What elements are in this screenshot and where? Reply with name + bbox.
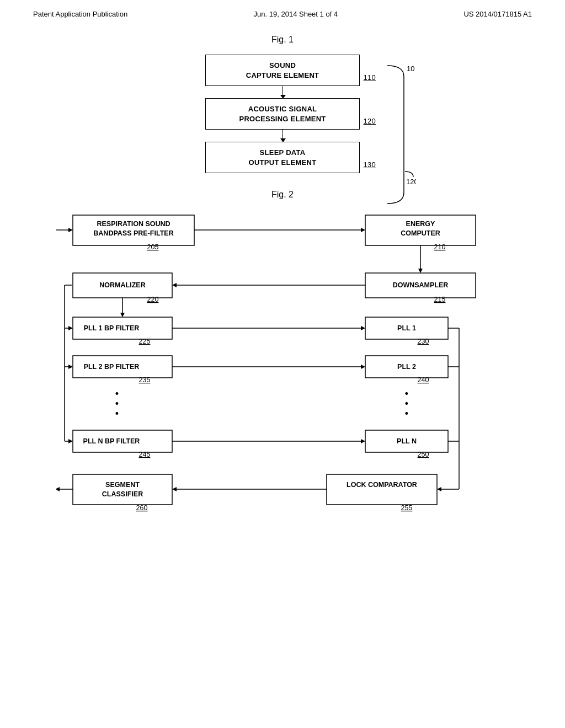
svg-marker-77: [68, 439, 73, 443]
svg-text:260: 260: [136, 504, 148, 512]
fig2-title: Fig. 2: [44, 190, 521, 200]
svg-text:BANDPASS PRE-FILTER: BANDPASS PRE-FILTER: [93, 229, 173, 237]
page-content: Fig. 1 SOUND CAPTURE ELEMENT 110 ACOUSTI…: [0, 24, 565, 540]
svg-marker-73: [68, 326, 73, 330]
svg-text:235: 235: [139, 376, 151, 384]
svg-rect-54: [73, 474, 172, 505]
box-110: SOUND CAPTURE ELEMENT 110: [205, 55, 360, 86]
box-130: SLEEP DATAOUTPUT ELEMENT 130: [205, 142, 360, 173]
svg-text:PLL N: PLL N: [397, 437, 417, 445]
svg-text:225: 225: [139, 338, 151, 345]
ref-130: 130: [364, 160, 376, 170]
ref-120-fig2: 120: [388, 169, 416, 187]
svg-text:•: •: [115, 408, 119, 419]
svg-marker-31: [361, 326, 365, 330]
fig2-diagram: RESPIRATION SOUND BANDPASS PRE-FILTER 20…: [56, 210, 509, 529]
svg-text:•: •: [115, 388, 119, 399]
svg-text:COMPUTER: COMPUTER: [401, 229, 440, 237]
page-header: Patent Application Publication Jun. 19, …: [0, 0, 565, 24]
svg-text:245: 245: [139, 451, 151, 458]
svg-marker-79: [120, 313, 125, 317]
svg-text:230: 230: [418, 338, 429, 345]
svg-text:220: 220: [147, 296, 159, 303]
header-right: US 2014/0171815 A1: [463, 10, 532, 18]
svg-text:250: 250: [418, 451, 429, 458]
ref-110: 110: [364, 73, 376, 83]
svg-text:•: •: [405, 398, 408, 409]
svg-text:•: •: [405, 388, 408, 399]
svg-text:PLL N BP FILTER: PLL N BP FILTER: [83, 437, 140, 445]
fig1-diagram: SOUND CAPTURE ELEMENT 110 ACOUSTIC SIGNA…: [139, 55, 426, 173]
svg-text:SEGMENT: SEGMENT: [105, 481, 140, 489]
header-left: Patent Application Publication: [33, 10, 127, 18]
svg-text:PLL 1: PLL 1: [397, 324, 416, 332]
svg-marker-75: [68, 365, 73, 369]
svg-text:215: 215: [434, 296, 446, 303]
svg-text:NORMALIZER: NORMALIZER: [99, 281, 145, 289]
svg-text:•: •: [115, 398, 119, 409]
svg-text:ENERGY: ENERGY: [406, 220, 435, 228]
fig1-title: Fig. 1: [44, 35, 521, 45]
svg-text:240: 240: [418, 376, 429, 384]
fig2-svg: RESPIRATION SOUND BANDPASS PRE-FILTER 20…: [56, 210, 509, 529]
svg-text:100: 100: [407, 65, 415, 73]
svg-text:RESPIRATION SOUND: RESPIRATION SOUND: [97, 220, 170, 228]
svg-text:255: 255: [401, 504, 413, 512]
svg-text:PLL 2 BP FILTER: PLL 2 BP FILTER: [84, 363, 140, 371]
svg-text:•: •: [405, 408, 408, 419]
svg-marker-21: [418, 269, 423, 273]
svg-marker-7: [68, 228, 73, 232]
svg-text:210: 210: [434, 243, 446, 251]
svg-rect-58: [327, 474, 437, 505]
svg-marker-62: [172, 487, 177, 491]
svg-text:DOWNSAMPLER: DOWNSAMPLER: [393, 281, 449, 289]
svg-text:120: 120: [406, 178, 416, 185]
svg-text:205: 205: [147, 243, 159, 251]
svg-marker-64: [56, 487, 60, 491]
svg-text:PLL 2: PLL 2: [397, 363, 416, 371]
svg-marker-53: [361, 439, 365, 443]
svg-text:LOCK COMPARATOR: LOCK COMPARATOR: [347, 481, 417, 489]
svg-marker-23: [172, 283, 177, 287]
svg-marker-13: [361, 228, 365, 232]
svg-text:PLL 1 BP FILTER: PLL 1 BP FILTER: [84, 324, 140, 332]
header-center: Jun. 19, 2014 Sheet 1 of 4: [254, 10, 338, 18]
box-120: ACOUSTIC SIGNALPROCESSING ELEMENT 120: [205, 98, 360, 130]
svg-marker-39: [361, 365, 365, 369]
svg-text:CLASSIFIER: CLASSIFIER: [102, 490, 143, 498]
svg-marker-70: [437, 487, 441, 491]
ref-120: 120: [364, 116, 376, 126]
